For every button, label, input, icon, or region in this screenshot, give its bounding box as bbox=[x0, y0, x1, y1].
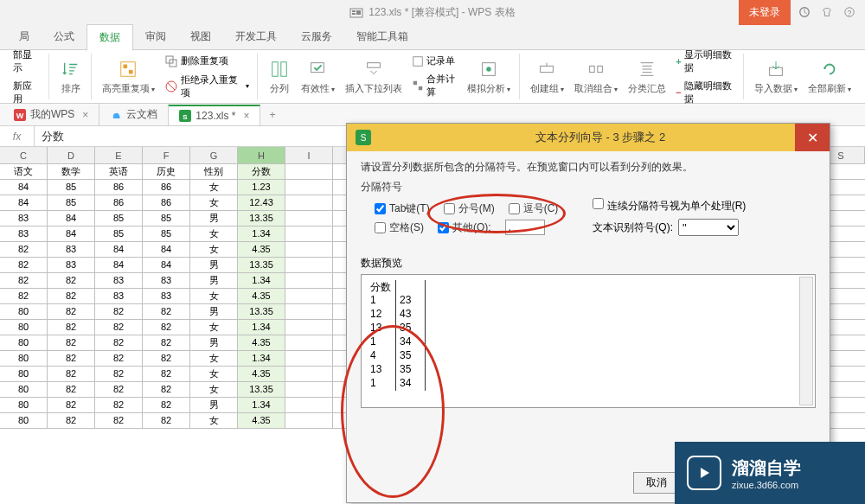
cell[interactable]: 82 bbox=[48, 398, 95, 412]
cell[interactable]: 82 bbox=[48, 382, 95, 397]
cell[interactable]: 13.35 bbox=[238, 258, 285, 272]
cell[interactable] bbox=[285, 258, 333, 272]
cell[interactable] bbox=[285, 180, 333, 195]
ribbon-create-grp[interactable]: 创建组 bbox=[527, 56, 567, 97]
sync-icon[interactable] bbox=[798, 5, 811, 19]
menu-tab-review[interactable]: 审阅 bbox=[133, 24, 178, 49]
cell[interactable]: 80 bbox=[0, 304, 48, 319]
cell[interactable] bbox=[285, 320, 333, 335]
column-header-I[interactable]: I bbox=[285, 147, 333, 163]
cell[interactable]: 数学 bbox=[48, 164, 95, 179]
ribbon-simulate[interactable]: 模拟分析 bbox=[464, 56, 514, 97]
ribbon-show-detail[interactable]: + 显示明细数据 bbox=[673, 47, 737, 76]
cell[interactable]: 82 bbox=[143, 320, 190, 335]
cell[interactable]: 82 bbox=[48, 304, 95, 319]
ribbon-cancel-grp[interactable]: 取消组合 bbox=[571, 56, 621, 97]
cell[interactable]: 女 bbox=[190, 242, 238, 257]
cell[interactable]: 82 bbox=[95, 413, 143, 428]
ribbon-show-all[interactable]: 部显示 bbox=[10, 47, 43, 76]
cell[interactable]: 86 bbox=[143, 195, 190, 210]
ribbon-subtotal[interactable]: 分类汇总 bbox=[625, 56, 670, 97]
cell[interactable]: 4.35 bbox=[238, 289, 285, 303]
ribbon-reject-dup[interactable]: 拒绝录入重复项▾ bbox=[162, 72, 252, 101]
cell[interactable]: 男 bbox=[190, 335, 238, 350]
other-checkbox[interactable]: 其他(O): bbox=[438, 220, 491, 235]
cell[interactable]: 80 bbox=[0, 320, 48, 335]
cell[interactable] bbox=[285, 242, 333, 257]
add-tab-button[interactable]: + bbox=[260, 105, 284, 124]
cell[interactable] bbox=[285, 195, 333, 210]
cell[interactable]: 83 bbox=[95, 289, 143, 303]
cell[interactable]: 英语 bbox=[95, 164, 143, 179]
menu-tab-dev[interactable]: 开发工具 bbox=[223, 24, 289, 49]
cell[interactable] bbox=[285, 398, 333, 412]
cell[interactable]: 85 bbox=[143, 211, 190, 226]
cell[interactable]: 83 bbox=[95, 273, 143, 288]
cell[interactable]: 84 bbox=[0, 195, 48, 210]
cell[interactable]: 82 bbox=[0, 289, 48, 303]
cell[interactable]: 4.35 bbox=[238, 367, 285, 381]
cell[interactable]: 82 bbox=[95, 398, 143, 412]
cell[interactable]: 82 bbox=[143, 413, 190, 428]
cell[interactable]: 83 bbox=[48, 258, 95, 272]
column-header-G[interactable]: G bbox=[190, 147, 238, 163]
column-header-C[interactable]: C bbox=[0, 147, 48, 163]
cell[interactable]: 84 bbox=[95, 242, 143, 257]
cell[interactable]: 85 bbox=[48, 180, 95, 195]
cell[interactable]: 82 bbox=[0, 258, 48, 272]
column-header-F[interactable]: F bbox=[143, 147, 190, 163]
text-qualifier-select[interactable]: " bbox=[678, 219, 739, 236]
semicolon-checkbox[interactable]: 分号(M) bbox=[444, 201, 495, 216]
cell[interactable]: 历史 bbox=[143, 164, 190, 179]
cell[interactable] bbox=[285, 382, 333, 397]
ribbon-refresh[interactable]: 全部刷新 bbox=[804, 56, 855, 97]
cell[interactable] bbox=[285, 335, 333, 350]
dialog-close-button[interactable]: ✕ bbox=[795, 124, 830, 151]
cell[interactable]: 85 bbox=[95, 211, 143, 226]
cell[interactable]: 82 bbox=[143, 351, 190, 366]
cell[interactable]: 1.34 bbox=[238, 320, 285, 335]
column-header-H[interactable]: H bbox=[238, 147, 285, 163]
ribbon-dropdown-list[interactable]: 插入下拉列表 bbox=[342, 56, 406, 97]
cell[interactable]: 女 bbox=[190, 180, 238, 195]
tab-checkbox[interactable]: Tab键(T) bbox=[375, 201, 430, 216]
cell[interactable]: 82 bbox=[0, 242, 48, 257]
file-tab-cloud[interactable]: 云文档 bbox=[99, 104, 169, 125]
cell[interactable]: 男 bbox=[190, 258, 238, 272]
menu-tab-cloud[interactable]: 云服务 bbox=[289, 24, 344, 49]
cell[interactable] bbox=[285, 211, 333, 226]
cell[interactable]: 86 bbox=[143, 180, 190, 195]
cell[interactable] bbox=[285, 289, 333, 303]
ribbon-validity[interactable]: 有效性 bbox=[298, 56, 338, 97]
cell[interactable]: 82 bbox=[95, 382, 143, 397]
cancel-button[interactable]: 取消 bbox=[633, 472, 680, 494]
fx-label[interactable]: fx bbox=[0, 126, 35, 146]
cell[interactable]: 82 bbox=[143, 398, 190, 412]
cell[interactable]: 83 bbox=[143, 289, 190, 303]
cell[interactable]: 82 bbox=[95, 320, 143, 335]
cell[interactable]: 82 bbox=[95, 351, 143, 366]
cell[interactable]: 女 bbox=[190, 195, 238, 210]
comma-checkbox[interactable]: 逗号(C) bbox=[509, 201, 559, 216]
cell[interactable]: 80 bbox=[0, 367, 48, 381]
cell[interactable]: 83 bbox=[0, 226, 48, 241]
cell[interactable]: 85 bbox=[48, 195, 95, 210]
cell[interactable]: 83 bbox=[48, 242, 95, 257]
cell[interactable]: 女 bbox=[190, 367, 238, 381]
cell[interactable]: 分数 bbox=[238, 164, 285, 179]
cell[interactable]: 84 bbox=[48, 226, 95, 241]
column-header-D[interactable]: D bbox=[48, 147, 95, 163]
cell[interactable]: 82 bbox=[95, 335, 143, 350]
cell[interactable]: 84 bbox=[95, 258, 143, 272]
cell[interactable]: 82 bbox=[48, 367, 95, 381]
cell[interactable]: 80 bbox=[0, 382, 48, 397]
cell[interactable]: 女 bbox=[190, 382, 238, 397]
cell[interactable]: 4.35 bbox=[238, 335, 285, 350]
cell[interactable]: 1.34 bbox=[238, 226, 285, 241]
ribbon-sort[interactable]: 排序 bbox=[56, 56, 86, 97]
menu-tab-view[interactable]: 视图 bbox=[178, 24, 223, 49]
cell[interactable] bbox=[285, 273, 333, 288]
cell[interactable]: 语文 bbox=[0, 164, 48, 179]
cell[interactable]: 80 bbox=[0, 398, 48, 412]
cell[interactable]: 82 bbox=[0, 273, 48, 288]
